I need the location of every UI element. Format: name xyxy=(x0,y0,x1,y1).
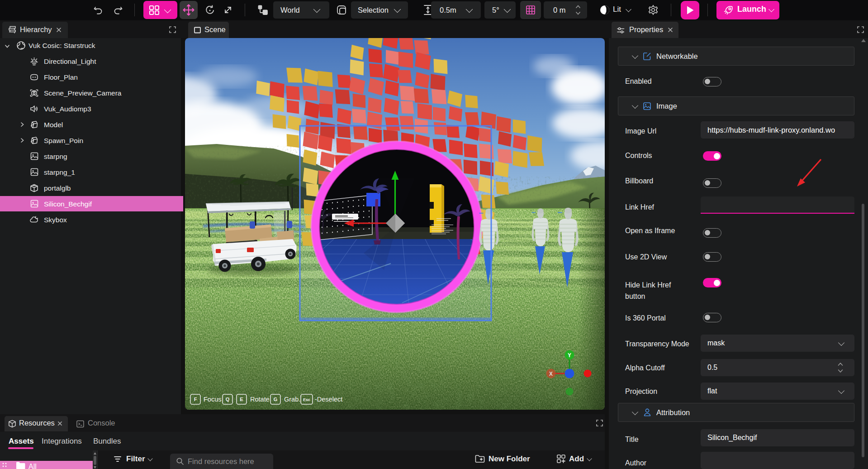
svg-text:Focus: Focus xyxy=(204,396,222,403)
svg-text:Esc: Esc xyxy=(303,397,310,402)
svg-text:G: G xyxy=(274,397,278,402)
svg-text:-Deselect: -Deselect xyxy=(315,396,342,403)
svg-text:Grab.: Grab. xyxy=(284,396,300,403)
svg-text:F: F xyxy=(194,397,197,402)
svg-text:E: E xyxy=(240,397,243,402)
svg-text:Q: Q xyxy=(226,397,230,402)
svg-text:Rotate: Rotate xyxy=(250,396,270,403)
svg-text:Y: Y xyxy=(568,352,571,359)
svg-text:X: X xyxy=(549,371,553,377)
